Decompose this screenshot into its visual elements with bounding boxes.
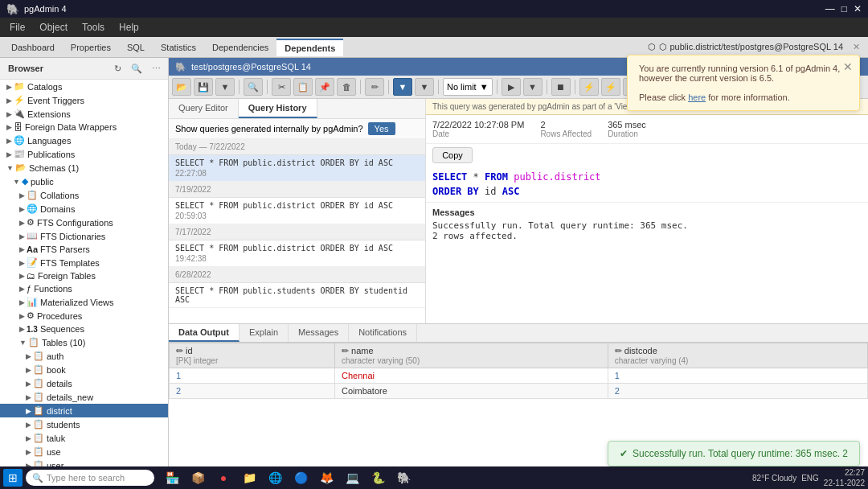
tree-functions[interactable]: ▶ƒFunctions [0, 282, 168, 295]
tree-fts-templates[interactable]: ▶📝FTS Templates [0, 256, 168, 269]
filter-btn[interactable]: ▼ [393, 78, 412, 96]
data-tab-notifications[interactable]: Notifications [349, 324, 417, 342]
menu-bar: File Object Tools Help [0, 18, 868, 37]
cut-btn[interactable]: ✂ [272, 78, 291, 96]
qh-tab-history[interactable]: Query History [239, 99, 317, 118]
tab-properties[interactable]: Properties [63, 39, 119, 55]
title-bar-controls[interactable]: — □ ✕ [825, 3, 862, 14]
close-btn[interactable]: ✕ [854, 3, 862, 14]
qh-entry-2[interactable]: SELECT * FROM public.district ORDER BY i… [169, 198, 425, 224]
tree-event-triggers[interactable]: ▶⚡Event Triggers [0, 93, 168, 107]
taskbar-app-vm[interactable]: 📦 [186, 468, 209, 487]
qd-meta-rows: 2 Rows Affected [540, 120, 592, 138]
execute-down-btn[interactable]: ▼ [523, 78, 542, 96]
search-placeholder: Type here to search [47, 473, 125, 483]
taskbar-app-chrome[interactable]: 🔵 [289, 468, 312, 487]
tab-statistics[interactable]: Statistics [153, 39, 204, 55]
tree-procedures[interactable]: ▶⚙Procedures [0, 309, 168, 323]
tab-dependencies[interactable]: Dependencies [204, 39, 276, 55]
taskbar-app-edge[interactable]: 🌐 [264, 468, 286, 487]
taskbar-app-firefox[interactable]: 🦊 [315, 468, 338, 487]
check-icon: ✔ [620, 448, 628, 459]
tree-fts-parsers[interactable]: ▶AaFTS Parsers [0, 243, 168, 256]
taskbar-app-pgadmin[interactable]: 🐘 [392, 468, 415, 487]
maximize-btn[interactable]: □ [841, 3, 847, 14]
explain-analyze-btn[interactable]: ⚡ [601, 78, 620, 96]
tree-sequences[interactable]: ▶1.3Sequences [0, 323, 168, 335]
taskbar-search[interactable]: 🔍 Type here to search [26, 470, 154, 486]
tree-foreign-tables[interactable]: ▶🗂Foreign Tables [0, 269, 168, 282]
sep4 [388, 80, 389, 94]
tree-table-district[interactable]: ▶📋district [0, 404, 168, 417]
taskbar-app-file[interactable]: 📁 [238, 468, 260, 487]
save-as-btn[interactable]: ▼ [215, 78, 235, 96]
col-name-edit-icon[interactable]: ✏ [342, 346, 349, 355]
tree-mat-views[interactable]: ▶📊Materialized Views [0, 295, 168, 309]
find-btn[interactable]: 🔍 [244, 78, 263, 96]
tree-public[interactable]: ▼◆public [0, 175, 168, 188]
stop-btn[interactable]: ⏹ [551, 78, 571, 96]
tree-table-taluk[interactable]: ▶📋taluk [0, 431, 168, 445]
taskbar-app-store[interactable]: 🏪 [161, 468, 183, 487]
delete-btn[interactable]: 🗑 [337, 78, 356, 96]
filter-down-btn[interactable]: ▼ [415, 78, 434, 96]
sidebar-search-btn[interactable]: 🔍 [128, 60, 145, 77]
tree-table-details-new[interactable]: ▶📋details_new [0, 390, 168, 404]
tree-domains[interactable]: ▶🌐Domains [0, 202, 168, 216]
save-btn[interactable]: 💾 [194, 78, 213, 96]
taskbar-app-python[interactable]: 🐍 [366, 468, 389, 487]
qh-entry-1[interactable]: SELECT * FROM public.district ORDER BY i… [169, 155, 425, 182]
data-tab-messages[interactable]: Messages [289, 324, 349, 342]
version-alert-close[interactable]: ✕ [843, 60, 853, 73]
tree-table-details[interactable]: ▶📋details [0, 376, 168, 390]
toggle-yes-btn[interactable]: Yes [368, 122, 395, 135]
tree-table-use[interactable]: ▶📋use [0, 445, 168, 458]
minimize-btn[interactable]: — [825, 3, 835, 14]
tab-sql[interactable]: SQL [119, 39, 153, 55]
start-button[interactable]: ⊞ [3, 469, 23, 487]
sep3 [360, 80, 361, 94]
sidebar-refresh-btn[interactable]: ↻ [108, 60, 126, 77]
tab-dependents[interactable]: Dependents [276, 39, 343, 56]
explain-btn[interactable]: ⚡ [579, 78, 599, 96]
tab-dashboard[interactable]: Dashboard [3, 39, 63, 55]
tree-tables[interactable]: ▼📋Tables (10) [0, 335, 168, 349]
tree-fdw[interactable]: ▶🗄Foreign Data Wrappers [0, 121, 168, 134]
data-tab-output[interactable]: Data Output [169, 324, 240, 342]
app-body: Browser ↻ 🔍 ⋯ ▶📁Catalogs ▶⚡Event Trigger… [0, 58, 868, 468]
execute-btn[interactable]: ▶ [502, 78, 521, 96]
edit-btn[interactable]: ✏ [365, 78, 384, 96]
limit-dropdown[interactable]: No limit ▼ [443, 78, 493, 96]
qh-entry-4[interactable]: SELECT * FROM public.students ORDER BY s… [169, 283, 425, 308]
tree-fts-conf[interactable]: ▶⚙FTS Configurations [0, 216, 168, 229]
copy-btn[interactable]: 📋 [293, 78, 313, 96]
open-file-btn[interactable]: 📂 [172, 78, 191, 96]
breadcrumb-close[interactable]: ✕ [853, 42, 860, 52]
tree-catalogs[interactable]: ▶📁Catalogs [0, 80, 168, 93]
tree-table-auth[interactable]: ▶📋auth [0, 349, 168, 363]
paste-btn[interactable]: 📌 [315, 78, 334, 96]
col-distcode-edit-icon[interactable]: ✏ [615, 346, 622, 355]
tree-extensions[interactable]: ▶🔌Extensions [0, 107, 168, 121]
tree-collations[interactable]: ▶📋Collations [0, 188, 168, 202]
menu-help[interactable]: Help [113, 20, 145, 35]
menu-tools[interactable]: Tools [76, 20, 111, 35]
tree-table-book[interactable]: ▶📋book [0, 363, 168, 376]
tree-fts-dict[interactable]: ▶📖FTS Dictionaries [0, 229, 168, 243]
menu-file[interactable]: File [3, 20, 31, 35]
qh-entry-3[interactable]: SELECT * FROM public.district ORDER BY i… [169, 240, 425, 267]
tree-publications[interactable]: ▶📰Publications [0, 147, 168, 161]
sidebar-more-btn[interactable]: ⋯ [147, 60, 165, 77]
menu-object[interactable]: Object [33, 20, 74, 35]
taskbar-app-term[interactable]: 💻 [341, 468, 363, 487]
taskbar-apps: 🏪 📦 ● 📁 🌐 🔵 🦊 💻 🐍 🐘 [161, 468, 749, 487]
copy-sql-btn[interactable]: Copy [432, 147, 473, 163]
version-alert-link[interactable]: here [688, 92, 706, 102]
col-id-edit-icon[interactable]: ✏ [176, 346, 183, 355]
data-tab-explain[interactable]: Explain [240, 324, 289, 342]
tree-languages[interactable]: ▶🌐Languages [0, 134, 168, 147]
taskbar-app-red[interactable]: ● [212, 468, 235, 487]
tree-schemas[interactable]: ▼📂Schemas (1) [0, 161, 168, 175]
qh-tab-editor[interactable]: Query Editor [169, 99, 239, 118]
tree-table-students[interactable]: ▶📋students [0, 417, 168, 431]
